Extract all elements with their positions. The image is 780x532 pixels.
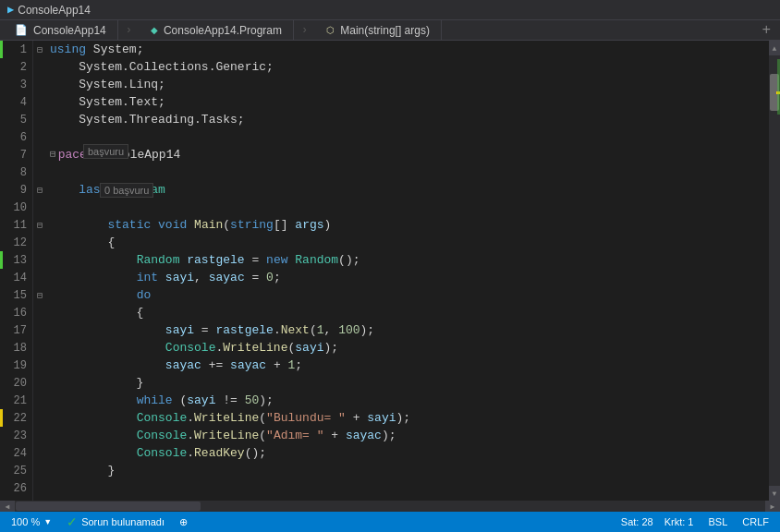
- line-ending-label: CRLF: [742, 516, 769, 527]
- code-line-2: System.Collections.Generic;: [50, 58, 769, 76]
- method-tab-icon: ⬡: [326, 25, 335, 35]
- code-line-1: using System;: [50, 41, 769, 58]
- ind-26: [33, 479, 46, 497]
- encoding-control[interactable]: BSL: [704, 512, 731, 532]
- code-line-26: [50, 479, 769, 497]
- code-content[interactable]: using System; System.Collections.Generic…: [46, 41, 769, 501]
- line-num-11: 11: [0, 216, 32, 234]
- line-ending-control[interactable]: CRLF: [738, 512, 773, 532]
- method-tab[interactable]: ⬡ Main(string[] args): [315, 20, 442, 41]
- code-line-5: System.Threading.Tasks;: [50, 111, 769, 128]
- ind-22: [33, 409, 46, 427]
- code-line-9: lass Program: [50, 181, 769, 199]
- code-line-22: Console.WriteLine("Bulundu= " + sayi);: [50, 409, 769, 427]
- fold-indicators: ⊟ ⊟ ⊟ ⊟: [33, 41, 46, 501]
- line-gutter: 1 2 3 4 5 6 7 8 9 10 11 12 13 14 15 16 1…: [0, 41, 33, 501]
- line-num-2: 2: [0, 58, 32, 76]
- line-num-26: 26: [0, 479, 32, 497]
- code-line-14: int sayi, sayac = 0;: [50, 269, 769, 286]
- line-num-8: 8: [0, 163, 32, 181]
- line-num-21: 21: [0, 392, 32, 409]
- horizontal-scrollbar[interactable]: ◀ ▶: [0, 501, 780, 512]
- ind-12: [33, 234, 46, 251]
- line-num-15: 15: [0, 286, 32, 304]
- code-line-4: System.Text;: [50, 93, 769, 111]
- line-num-27: 27: [0, 497, 32, 501]
- zoom-control[interactable]: 100 % ▼: [7, 512, 55, 532]
- tab-sep-2: ›: [301, 24, 308, 37]
- add-tab-button[interactable]: +: [756, 22, 776, 39]
- scroll-down-button[interactable]: ▼: [769, 486, 780, 501]
- code-line-11: static void Main(string[] args): [50, 216, 769, 234]
- ind-18: [33, 339, 46, 357]
- code-line-20: }: [50, 374, 769, 392]
- nav-control[interactable]: ⊕: [176, 512, 191, 532]
- ind-17: [33, 321, 46, 339]
- scroll-up-button[interactable]: ▲: [769, 41, 780, 55]
- class-tab[interactable]: ◆ ConsoleApp14.Program: [140, 20, 294, 41]
- code-line-23: Console.WriteLine("Adım= " + sayac);: [50, 427, 769, 444]
- line-num-13: 13: [0, 251, 32, 269]
- ind-20: [33, 374, 46, 392]
- ind-8: [33, 163, 46, 181]
- code-line-17: sayi = rastgele.Next(1, 100);: [50, 321, 769, 339]
- code-line-19: sayac += sayac + 1;: [50, 357, 769, 374]
- line-num-10: 10: [0, 199, 32, 216]
- ind-5: [33, 111, 46, 128]
- status-text: Sorun bulunamadı: [81, 516, 165, 527]
- ind-4: [33, 93, 46, 111]
- vertical-scrollbar[interactable]: ▲ ▼: [769, 41, 780, 501]
- nav-icon: ⊕: [179, 516, 188, 528]
- line-num-1: 1: [0, 41, 32, 58]
- code-panel[interactable]: ⊟ ⊟ ⊟ ⊟: [33, 41, 780, 501]
- fold-15[interactable]: ⊟: [33, 286, 46, 304]
- ind-24: [33, 444, 46, 462]
- code-line-10: [50, 199, 769, 216]
- line-num-22: 22: [0, 409, 32, 427]
- code-line-18: Console.WriteLine(sayi);: [50, 339, 769, 357]
- fold-11[interactable]: ⊟: [33, 216, 46, 234]
- ind-6: [33, 128, 46, 146]
- tab-bar: 📄 ConsoleApp14 › ◆ ConsoleApp14.Program …: [0, 20, 780, 41]
- fold-9[interactable]: ⊟: [33, 181, 46, 199]
- file-tab-icon: 📄: [15, 24, 28, 36]
- ind-7: [33, 146, 46, 163]
- title-bar: ▶ ConsoleApp14: [0, 0, 780, 20]
- cursor-position[interactable]: Sat: 28 Krkt: 1: [617, 512, 698, 532]
- line-num-23: 23: [0, 427, 32, 444]
- class-tab-label: ConsoleApp14.Program: [164, 24, 282, 37]
- line-num-9: 9: [0, 181, 32, 199]
- class-tab-icon: ◆: [151, 25, 158, 35]
- ind-3: [33, 76, 46, 93]
- code-line-27: [50, 497, 769, 501]
- scroll-track-empty: [769, 112, 780, 486]
- code-line-25: }: [50, 462, 769, 479]
- ind-13: [33, 251, 46, 269]
- h-scroll-thumb[interactable]: [16, 502, 201, 511]
- fold-1[interactable]: ⊟: [33, 41, 46, 58]
- line-num-19: 19: [0, 357, 32, 374]
- method-tab-label: Main(string[] args): [340, 24, 430, 37]
- ind-21: [33, 392, 46, 409]
- ind-25: [33, 462, 46, 479]
- status-bar: 100 % ▼ ✓ Sorun bulunamadı ⊕ Sat: 28 Krk…: [0, 512, 780, 532]
- line-num-16: 16: [0, 304, 32, 321]
- code-line-6: [50, 128, 769, 146]
- line-num-4: 4: [0, 93, 32, 111]
- line-num-3: 3: [0, 76, 32, 93]
- code-line-3: System.Linq;: [50, 76, 769, 93]
- line-num-25: 25: [0, 462, 32, 479]
- code-line-7: ⊟pace ConsoleApp14: [50, 146, 769, 163]
- line-num-20: 20: [0, 374, 32, 392]
- file-tab[interactable]: 📄 ConsoleApp14: [4, 20, 118, 41]
- ind-27: [33, 497, 46, 501]
- app-title: ConsoleApp14: [18, 4, 91, 17]
- line-num-12: 12: [0, 234, 32, 251]
- encoding-label: BSL: [708, 516, 727, 527]
- h-scroll-right-button[interactable]: ▶: [765, 501, 780, 512]
- code-line-24: Console.ReadKey();: [50, 444, 769, 462]
- h-scroll-left-button[interactable]: ◀: [0, 501, 15, 512]
- code-line-15: do: [50, 286, 769, 304]
- error-status[interactable]: ✓ Sorun bulunamadı: [63, 512, 168, 532]
- ind-19: [33, 357, 46, 374]
